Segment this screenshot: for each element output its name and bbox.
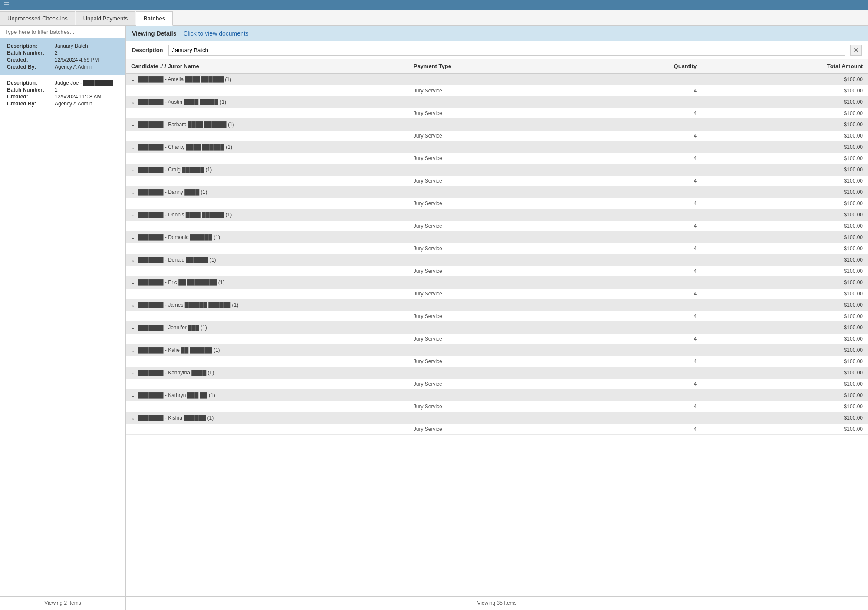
juror-name: ⌄███████ - Craig ██████ (1): [126, 164, 702, 176]
service-quantity: 4: [582, 401, 702, 412]
viewing-label: Viewing Details: [132, 30, 176, 37]
batch-field-label: Description:: [5, 79, 53, 86]
service-row: Jury Service 4 $100.00: [126, 334, 868, 344]
juror-name: ⌄███████ - Dennis ████ ██████ (1): [126, 209, 702, 221]
service-type: Jury Service: [408, 221, 582, 232]
chevron-icon: ⌄: [131, 122, 135, 128]
service-type: Jury Service: [408, 176, 582, 187]
service-amount: $100.00: [702, 379, 868, 390]
service-quantity: 4: [582, 243, 702, 254]
service-empty: [126, 356, 408, 367]
service-amount: $100.00: [702, 221, 868, 232]
batch-field-label: Created:: [5, 93, 53, 100]
service-amount: $100.00: [702, 176, 868, 187]
juror-row[interactable]: ⌄███████ - Kishia ██████ (1) $100.00: [126, 412, 868, 424]
close-button[interactable]: ✕: [850, 45, 862, 56]
service-type: Jury Service: [408, 131, 582, 141]
juror-row[interactable]: ⌄███████ - Barbara ████ ██████ (1) $100.…: [126, 119, 868, 131]
batch-field-value: 12/5/2024 4:59 PM: [53, 56, 120, 63]
service-type: Jury Service: [408, 401, 582, 412]
service-amount: $100.00: [702, 289, 868, 299]
juror-row[interactable]: ⌄███████ - Dennis ████ ██████ (1) $100.0…: [126, 209, 868, 221]
service-empty: [126, 424, 408, 435]
juror-name: ⌄███████ - James ██████ ██████ (1): [126, 299, 702, 311]
service-row: Jury Service 4 $100.00: [126, 266, 868, 277]
right-footer: Viewing 35 Items: [126, 596, 868, 610]
juror-row[interactable]: ⌄███████ - Domonic ██████ (1) $100.00: [126, 232, 868, 243]
juror-name: ⌄███████ - Domonic ██████ (1): [126, 232, 702, 243]
juror-name: ⌄███████ - Kannytha ████ (1): [126, 367, 702, 379]
chevron-icon: ⌄: [131, 167, 135, 173]
service-amount: $100.00: [702, 334, 868, 344]
filter-input[interactable]: [0, 26, 125, 38]
hamburger-icon[interactable]: ☰: [3, 1, 10, 9]
chevron-icon: ⌄: [131, 190, 135, 195]
service-empty: [126, 243, 408, 254]
service-quantity: 4: [582, 198, 702, 209]
chevron-icon: ⌄: [131, 235, 135, 240]
service-row: Jury Service 4 $100.00: [126, 356, 868, 367]
juror-total: $100.00: [702, 164, 868, 176]
batch-item-1[interactable]: Description:Judge Joe - ████████Batch Nu…: [0, 75, 125, 112]
juror-row[interactable]: ⌄███████ - Amelia ████ ██████ (1) $100.0…: [126, 73, 868, 85]
tab-unprocessed-check-ins[interactable]: Unprocessed Check-Ins: [0, 11, 75, 25]
batch-field-label: Batch Number:: [5, 49, 53, 56]
service-row: Jury Service 4 $100.00: [126, 289, 868, 299]
description-input[interactable]: [168, 45, 845, 56]
service-empty: [126, 85, 408, 96]
juror-row[interactable]: ⌄███████ - Charity ████ ██████ (1) $100.…: [126, 141, 868, 153]
service-type: Jury Service: [408, 424, 582, 435]
service-amount: $100.00: [702, 243, 868, 254]
service-empty: [126, 311, 408, 322]
juror-row[interactable]: ⌄███████ - Eric ██ ████████ (1) $100.00: [126, 277, 868, 289]
viewing-bar: Viewing Details Click to view documents: [126, 26, 868, 41]
service-type: Jury Service: [408, 85, 582, 96]
batches-list: Description:January BatchBatch Number:2C…: [0, 38, 125, 112]
service-quantity: 4: [582, 356, 702, 367]
service-row: Jury Service 4 $100.00: [126, 176, 868, 187]
service-empty: [126, 176, 408, 187]
service-amount: $100.00: [702, 311, 868, 322]
left-footer: Viewing 2 Items: [0, 596, 125, 610]
batch-field-value: 12/5/2024 11:08 AM: [53, 93, 120, 100]
service-type: Jury Service: [408, 311, 582, 322]
service-quantity: 4: [582, 334, 702, 344]
juror-name: ⌄███████ - Kishia ██████ (1): [126, 412, 702, 424]
juror-row[interactable]: ⌄███████ - Jennifer ███ (1) $100.00: [126, 322, 868, 334]
batch-item-0[interactable]: Description:January BatchBatch Number:2C…: [0, 38, 125, 75]
tab-unpaid-payments[interactable]: Unpaid Payments: [76, 11, 135, 25]
service-amount: $100.00: [702, 266, 868, 277]
juror-row[interactable]: ⌄███████ - Austin ████ █████ (1) $100.00: [126, 96, 868, 108]
service-empty: [126, 108, 408, 119]
service-type: Jury Service: [408, 153, 582, 164]
chevron-icon: ⌄: [131, 99, 135, 105]
juror-total: $100.00: [702, 254, 868, 266]
batch-field-value: January Batch: [53, 43, 120, 49]
description-label: Description: [132, 47, 163, 53]
juror-total: $100.00: [702, 187, 868, 198]
juror-name: ⌄███████ - Kalie ██ ██████ (1): [126, 344, 702, 356]
juror-row[interactable]: ⌄███████ - Kathryn ███ ██ (1) $100.00: [126, 390, 868, 401]
juror-row[interactable]: ⌄███████ - Craig ██████ (1) $100.00: [126, 164, 868, 176]
juror-row[interactable]: ⌄███████ - Danny ████ (1) $100.00: [126, 187, 868, 198]
service-quantity: 4: [582, 131, 702, 141]
juror-row[interactable]: ⌄███████ - Kalie ██ ██████ (1) $100.00: [126, 344, 868, 356]
batch-field-label: Created:: [5, 56, 53, 63]
col-quantity: Quantity: [582, 59, 702, 73]
juror-name: ⌄███████ - Eric ██ ████████ (1): [126, 277, 702, 289]
batch-field-label: Created By:: [5, 63, 53, 70]
juror-total: $100.00: [702, 209, 868, 221]
click-to-view-link[interactable]: Click to view documents: [183, 30, 248, 37]
juror-row[interactable]: ⌄███████ - Kannytha ████ (1) $100.00: [126, 367, 868, 379]
service-row: Jury Service 4 $100.00: [126, 198, 868, 209]
service-type: Jury Service: [408, 266, 582, 277]
service-amount: $100.00: [702, 153, 868, 164]
service-type: Jury Service: [408, 243, 582, 254]
service-quantity: 4: [582, 266, 702, 277]
tab-batches[interactable]: Batches: [136, 11, 173, 26]
juror-name: ⌄███████ - Kathryn ███ ██ (1): [126, 390, 702, 401]
juror-row[interactable]: ⌄███████ - James ██████ ██████ (1) $100.…: [126, 299, 868, 311]
juror-row[interactable]: ⌄███████ - Donald ██████ (1) $100.00: [126, 254, 868, 266]
service-type: Jury Service: [408, 379, 582, 390]
batch-field-value: Judge Joe - ████████: [53, 79, 120, 86]
